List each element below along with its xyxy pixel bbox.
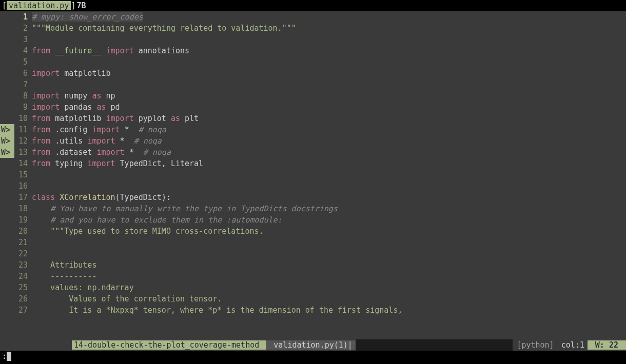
code-content[interactable] <box>32 34 626 45</box>
code-content[interactable]: from matplotlib import pyplot as plt <box>32 113 626 124</box>
code-line[interactable]: 25 values: np.ndarray <box>0 282 626 293</box>
line-number: 11 <box>14 124 32 135</box>
line-number: 26 <box>14 293 32 305</box>
code-line[interactable]: 5 <box>0 56 626 68</box>
line-number: 22 <box>14 248 32 259</box>
code-content[interactable]: from .dataset import * # noqa <box>32 147 626 158</box>
code-line[interactable]: 17class XCorrelation(TypedDict): <box>0 192 626 203</box>
code-content[interactable]: """Type used to store MIMO cross-correla… <box>32 226 626 237</box>
code-line[interactable]: 4from __future__ import annotations <box>0 45 626 56</box>
code-content[interactable]: ---------- <box>32 271 626 282</box>
sign-column <box>0 45 14 56</box>
line-number: 6 <box>14 68 32 79</box>
code-editor[interactable]: 1# mypy: show_error_codes2"""Module cont… <box>0 11 626 339</box>
code-line[interactable]: 16 <box>0 180 626 192</box>
line-number: 18 <box>14 203 32 214</box>
code-line[interactable]: W>13from .dataset import * # noqa <box>0 147 626 158</box>
code-content[interactable]: """Module containing everything related … <box>32 23 626 34</box>
code-content[interactable]: # You have to manually write the type in… <box>32 203 626 214</box>
sign-column <box>0 214 14 226</box>
line-number: 3 <box>14 34 32 45</box>
line-number: 13 <box>14 147 32 158</box>
code-line[interactable]: 18 # You have to manually write the type… <box>0 203 626 214</box>
line-number: 24 <box>14 271 32 282</box>
code-line[interactable]: 9import pandas as pd <box>0 102 626 113</box>
line-number: 7 <box>14 79 32 90</box>
sign-column <box>0 102 14 113</box>
code-content[interactable]: values: np.ndarray <box>32 282 626 293</box>
sign-column <box>0 11 14 23</box>
code-line[interactable]: 10from matplotlib import pyplot as plt <box>0 113 626 124</box>
code-line[interactable]: W>11from .config import * # noqa <box>0 124 626 135</box>
tab-line: [ validation.py ] 7B <box>0 0 626 11</box>
code-content[interactable]: import matplotlib <box>32 68 626 79</box>
code-content[interactable]: import pandas as pd <box>32 102 626 113</box>
code-line[interactable]: 27 It is a *Nxpxq* tensor, where *p* is … <box>0 305 626 316</box>
code-content[interactable] <box>32 56 626 68</box>
code-content[interactable]: Attributes <box>32 259 626 271</box>
code-line[interactable]: 6import matplotlib <box>0 68 626 79</box>
sign-column <box>0 180 14 192</box>
code-content[interactable]: Values of the correlation tensor. <box>32 293 626 305</box>
line-number: 25 <box>14 282 32 293</box>
code-content[interactable] <box>32 180 626 192</box>
code-content[interactable]: It is a *Nxpxq* tensor, where *p* is the… <box>32 305 626 316</box>
sign-column <box>0 305 14 316</box>
sign-column <box>0 226 14 237</box>
code-line[interactable]: 24 ---------- <box>0 271 626 282</box>
line-number: 10 <box>14 113 32 124</box>
code-line[interactable]: 2"""Module containing everything related… <box>0 23 626 34</box>
line-number: 16 <box>14 180 32 192</box>
code-line[interactable]: 8import numpy as np <box>0 90 626 102</box>
sign-column <box>0 79 14 90</box>
command-line[interactable]: : <box>0 351 626 362</box>
code-content[interactable]: from .config import * # noqa <box>32 124 626 135</box>
line-number: 14 <box>14 158 32 169</box>
tab-active[interactable]: validation.py <box>7 1 71 10</box>
code-line[interactable]: 14from typing import TypedDict, Literal <box>0 158 626 169</box>
line-number: 12 <box>14 135 32 147</box>
code-line[interactable]: 23 Attributes <box>0 259 626 271</box>
status-warnings: W: 22 <box>588 340 626 350</box>
code-content[interactable] <box>32 248 626 259</box>
code-line[interactable]: 20 """Type used to store MIMO cross-corr… <box>0 226 626 237</box>
code-content[interactable]: # and you have to exclude them in the :a… <box>32 214 626 226</box>
code-line[interactable]: 21 <box>0 237 626 248</box>
line-number: 17 <box>14 192 32 203</box>
code-line[interactable]: 7 <box>0 79 626 90</box>
code-line[interactable]: 15 <box>0 169 626 180</box>
code-content[interactable]: import numpy as np <box>32 90 626 102</box>
line-number: 1 <box>14 11 32 23</box>
code-content[interactable] <box>32 169 626 180</box>
status-spacer <box>356 339 513 351</box>
sign-column <box>0 271 14 282</box>
status-file: validation.py(1)| <box>266 340 356 350</box>
command-prompt: : <box>2 352 7 361</box>
line-number: 20 <box>14 226 32 237</box>
code-content[interactable]: from typing import TypedDict, Literal <box>32 158 626 169</box>
code-line[interactable]: 19 # and you have to exclude them in the… <box>0 214 626 226</box>
tab-bracket-close: ] <box>71 1 75 10</box>
sign-column <box>0 192 14 203</box>
code-line[interactable]: 22 <box>0 248 626 259</box>
line-number: 2 <box>14 23 32 34</box>
line-number: 5 <box>14 56 32 68</box>
sign-column <box>0 259 14 271</box>
line-number: 4 <box>14 45 32 56</box>
code-content[interactable] <box>32 237 626 248</box>
git-branch: 14-double-check-the-plot_coverage-method <box>72 340 266 350</box>
code-line[interactable]: 26 Values of the correlation tensor. <box>0 293 626 305</box>
line-number: 19 <box>14 214 32 226</box>
code-content[interactable]: from __future__ import annotations <box>32 45 626 56</box>
line-number: 27 <box>14 305 32 316</box>
sign-column <box>0 68 14 79</box>
code-content[interactable] <box>32 79 626 90</box>
code-content[interactable]: # mypy: show_error_codes <box>32 11 626 23</box>
code-line[interactable]: W>12from .utils import * # noqa <box>0 135 626 147</box>
code-line[interactable]: 3 <box>0 34 626 45</box>
code-content[interactable]: class XCorrelation(TypedDict): <box>32 192 626 203</box>
sign-column <box>0 34 14 45</box>
sign-column <box>0 158 14 169</box>
code-line[interactable]: 1# mypy: show_error_codes <box>0 11 626 23</box>
code-content[interactable]: from .utils import * # noqa <box>32 135 626 147</box>
